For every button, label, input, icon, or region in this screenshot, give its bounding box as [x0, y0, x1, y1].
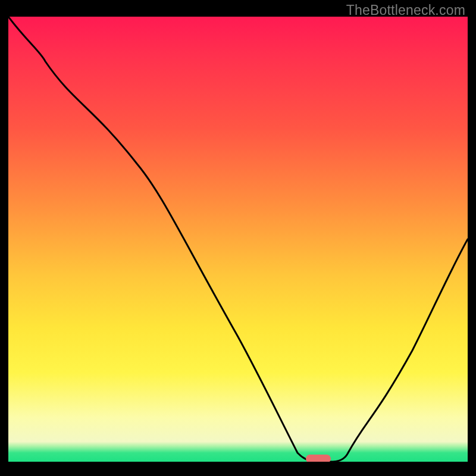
optimum-marker [306, 455, 331, 462]
chart-svg [8, 17, 468, 462]
bottleneck-curve [8, 17, 468, 462]
chart-frame [0, 0, 476, 476]
